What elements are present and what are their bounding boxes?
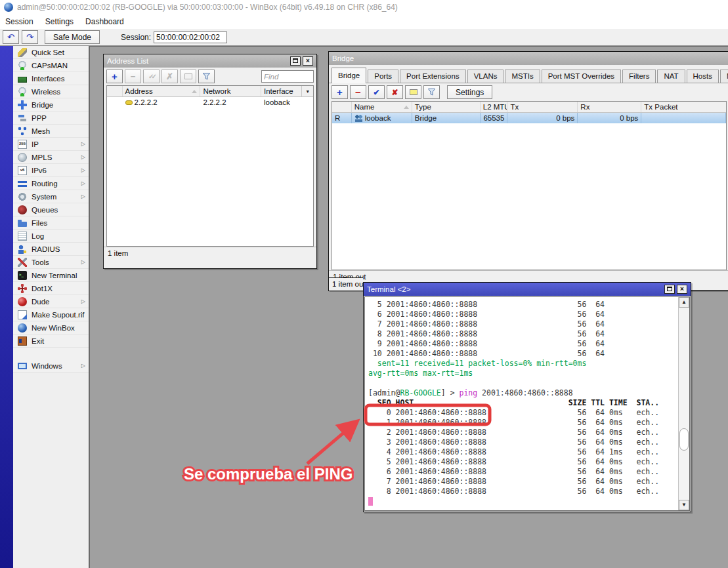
app-titlebar[interactable]: admin@50:00:00:02:00:02 (RB-GOOGLE) via … [0, 0, 728, 14]
filter-icon[interactable] [198, 70, 215, 83]
l2mtu-column-header[interactable]: L2 MTU [481, 102, 508, 112]
terminal-line: SEQ HOST SIZE TTL TIME STA.. [368, 398, 678, 408]
remove-bridge-button[interactable]: − [350, 85, 366, 99]
enable-bridge-button[interactable]: ✔ [368, 85, 385, 99]
find-input[interactable] [261, 70, 314, 83]
sidebar-item-exit[interactable]: Exit [13, 335, 89, 348]
enable-address-button[interactable]: ✓✓ [143, 70, 160, 83]
tx-packet-column-header[interactable]: Tx Packet [641, 102, 726, 112]
disable-address-button[interactable]: ✗ [161, 70, 178, 83]
column-select-icon[interactable]: ▼ [301, 86, 313, 96]
sidebar-item-new-winbox[interactable]: New WinBox [13, 321, 89, 335]
files-icon [18, 222, 27, 227]
tab-hosts[interactable]: Hosts [687, 70, 719, 83]
bridge-row[interactable]: R looback Bridge 65535 0 bps 0 bps [332, 113, 726, 123]
terminal-titlebar[interactable]: Terminal <2> × [364, 283, 691, 296]
tab-mstis[interactable]: MSTIs [505, 70, 540, 83]
windows-icon [18, 363, 27, 369]
sidebar-item-interfaces[interactable]: Interfaces [13, 72, 89, 85]
menu-session[interactable]: Session [5, 16, 40, 28]
sidebar-item-system[interactable]: System▷ [13, 190, 89, 203]
disable-bridge-button[interactable]: ✘ [387, 85, 403, 99]
scroll-up-icon[interactable]: ▲ [679, 297, 689, 308]
sidebar-item-wireless[interactable]: Wireless [13, 85, 89, 98]
bridge-settings-button[interactable]: Settings [447, 85, 492, 99]
sidebar-item-quick-set[interactable]: Quick Set [13, 46, 89, 59]
network-column-header[interactable]: Network [200, 86, 261, 96]
sidebar-item-make-supout-rif[interactable]: Make Supout.rif [13, 308, 89, 321]
sidebar-item-dot1x[interactable]: Dot1X [13, 282, 89, 295]
sidebar-item-label: Bridge [32, 101, 89, 109]
add-address-button[interactable]: + [106, 70, 123, 83]
comment-button[interactable] [180, 70, 196, 83]
scrollbar-thumb[interactable] [679, 428, 689, 451]
sidebar-item-label: Wireless [32, 88, 89, 96]
sidebar-item-radius[interactable]: RADIUS [13, 243, 89, 256]
winbox-icon [18, 323, 27, 333]
tab-ports[interactable]: Ports [368, 70, 398, 83]
submenu-arrow-icon: ▷ [81, 193, 85, 199]
sidebar-item-ip[interactable]: IP▷ [13, 138, 89, 151]
sidebar-item-tools[interactable]: Tools▷ [13, 256, 89, 269]
tab-mdb[interactable]: MDB [720, 70, 728, 83]
menu-dashboard[interactable]: Dashboard [85, 16, 131, 28]
sidebar-item-mesh[interactable]: Mesh [13, 125, 89, 138]
address-row[interactable]: 2.2.2.2 2.2.2.2 looback [107, 97, 313, 108]
comment-bridge-button[interactable] [405, 85, 421, 99]
bridge-titlebar[interactable]: Bridge [329, 52, 728, 65]
sidebar-item-ppp[interactable]: PPP [13, 112, 89, 125]
radius-icon [18, 245, 27, 254]
terminal-line [368, 378, 678, 388]
sidebar-item-queues[interactable]: Queues [13, 203, 89, 216]
terminal-cursor [368, 497, 373, 506]
safe-mode-button[interactable]: Safe Mode [45, 30, 100, 44]
sidebar-item-ipv6[interactable]: IPv6▷ [13, 164, 89, 177]
terminal-line: 7 2001:4860:4860::8888 56 64 [368, 319, 678, 329]
address-list-titlebar[interactable]: Address List × [104, 54, 316, 68]
tab-bridge[interactable]: Bridge [332, 68, 366, 83]
remove-address-button[interactable]: − [125, 70, 141, 83]
tx-column-header[interactable]: Tx [507, 102, 578, 112]
supout-icon [18, 310, 27, 319]
bridge-flags-column-header[interactable] [332, 102, 352, 112]
sidebar-item-log[interactable]: Log [13, 230, 89, 243]
sidebar-item-new-terminal[interactable]: New Terminal [13, 269, 89, 282]
bridge-filter-icon[interactable] [423, 85, 440, 99]
terminal-body[interactable]: 5 2001:4860:4860::8888 56 64 6 2001:4860… [364, 296, 690, 511]
sidebar-menu: Quick SetCAPsMANInterfacesWirelessBridge… [13, 46, 89, 568]
tab-filters[interactable]: Filters [622, 70, 656, 83]
type-column-header[interactable]: Type [412, 102, 481, 112]
flags-column-header[interactable] [107, 86, 123, 96]
name-column-header[interactable]: Name [352, 102, 412, 112]
undo-icon[interactable]: ↶ [3, 30, 19, 44]
terminal-scrollbar[interactable]: ▲ ▼ [678, 297, 689, 510]
sidebar-item-windows[interactable]: Windows▷ [13, 359, 89, 373]
tab-vlans[interactable]: VLANs [467, 70, 504, 83]
maximize-icon[interactable] [664, 285, 675, 294]
sidebar-item-mpls[interactable]: MPLS▷ [13, 151, 89, 164]
sidebar-item-dude[interactable]: Dude▷ [13, 295, 89, 308]
address-table-header: Address Network Interface ▼ [107, 86, 313, 97]
tab-port-mst-overrides[interactable]: Port MST Overrides [542, 70, 621, 83]
tab-port-extensions[interactable]: Port Extensions [400, 70, 466, 83]
scroll-down-icon[interactable]: ▼ [679, 500, 689, 510]
sidebar-item-label: Mesh [32, 127, 89, 135]
session-field[interactable] [154, 31, 227, 43]
rx-column-header[interactable]: Rx [578, 102, 641, 112]
add-bridge-button[interactable]: + [332, 85, 348, 99]
terminal-line: 6 2001:4860:4860::8888 56 64 0ms ech.. [368, 467, 678, 477]
redo-icon[interactable]: ↷ [22, 30, 38, 44]
maximize-icon[interactable] [290, 56, 301, 66]
dude-icon [18, 297, 27, 306]
menu-settings[interactable]: Settings [45, 16, 80, 28]
interface-column-header[interactable]: Interface [261, 86, 301, 96]
tab-nat[interactable]: NAT [657, 70, 685, 83]
sidebar-item-capsman[interactable]: CAPsMAN [13, 59, 89, 72]
close-icon[interactable]: × [303, 56, 313, 66]
close-icon[interactable]: × [677, 285, 687, 294]
sidebar-item-label: Queues [32, 206, 89, 214]
sidebar-item-routing[interactable]: Routing▷ [13, 177, 89, 190]
sidebar-item-files[interactable]: Files [13, 216, 89, 230]
address-column-header[interactable]: Address [123, 86, 201, 96]
sidebar-item-bridge[interactable]: Bridge [13, 98, 89, 112]
